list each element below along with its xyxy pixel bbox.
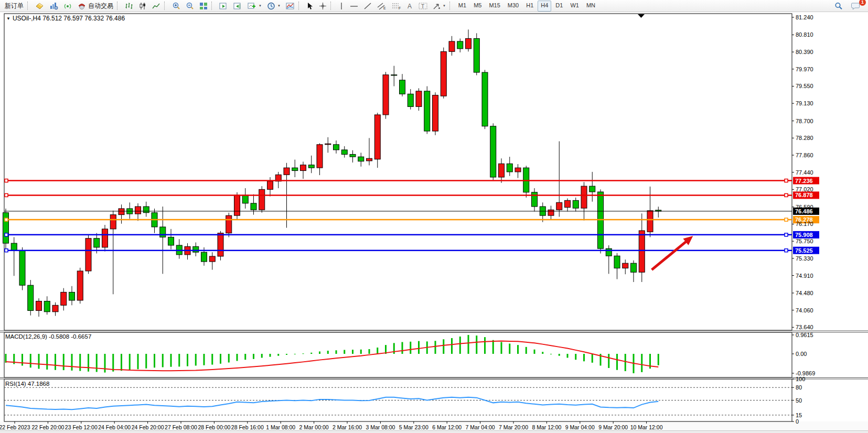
- chart-symbol-period: USOil-,H4: [13, 15, 41, 22]
- fibonacci-tool-icon[interactable]: F: [389, 1, 404, 10]
- svg-text:80.390: 80.390: [796, 49, 813, 55]
- chart-header: ▼USOil-,H4 76.512 76.597 76.332 76.486: [6, 15, 125, 22]
- svg-text:8 Mar 12:00: 8 Mar 12:00: [532, 424, 561, 430]
- svg-text:77.020: 77.020: [796, 186, 813, 192]
- svg-text:79.130: 79.130: [796, 100, 813, 106]
- svg-text:76.878: 76.878: [795, 192, 813, 198]
- vertical-line-tool-icon[interactable]: [336, 1, 347, 10]
- svg-text:9 Mar 04:00: 9 Mar 04:00: [565, 424, 595, 430]
- svg-text:7 Mar 20:00: 7 Mar 20:00: [499, 424, 528, 430]
- dropdown-caret-icon: ▼: [277, 4, 281, 7]
- rsi-indicator-label: RSI(14) 47.1868: [5, 381, 49, 387]
- svg-text:79.550: 79.550: [796, 83, 813, 89]
- svg-text:78.280: 78.280: [796, 135, 813, 141]
- svg-text:73.640: 73.640: [796, 324, 813, 330]
- svg-text:79.970: 79.970: [796, 66, 813, 72]
- new-chart-button[interactable]: ▼: [245, 1, 264, 10]
- svg-text:74.480: 74.480: [796, 290, 813, 296]
- svg-text:T: T: [421, 3, 424, 9]
- toolbar-separator: [330, 2, 334, 10]
- collapse-caret-icon[interactable]: ▼: [6, 16, 10, 21]
- timeframe-m1[interactable]: M1: [455, 1, 469, 12]
- arrows-tool-button[interactable]: ▼: [430, 1, 448, 10]
- cursor-icon[interactable]: [304, 1, 316, 10]
- svg-text:27 Feb 08:00: 27 Feb 08:00: [165, 424, 197, 430]
- new-order-label: 新订单: [5, 2, 24, 10]
- svg-text:22 Feb 20:00: 22 Feb 20:00: [31, 424, 64, 430]
- chart-shift-icon[interactable]: [217, 1, 231, 10]
- svg-text:10 Mar 12:00: 10 Mar 12:00: [630, 424, 663, 430]
- svg-text:2 Mar 00:00: 2 Mar 00:00: [299, 424, 329, 430]
- svg-text:F: F: [399, 6, 401, 10]
- clock-icon: [267, 2, 275, 10]
- line-chart-icon[interactable]: [149, 1, 163, 10]
- text-label-tool-icon[interactable]: T: [416, 1, 430, 10]
- timeframe-d1[interactable]: D1: [552, 1, 566, 12]
- svg-text:A: A: [408, 3, 412, 10]
- svg-text:24 Feb 04:00: 24 Feb 04:00: [98, 424, 131, 430]
- notifications-button[interactable]: 1: [849, 1, 863, 10]
- autotrade-button[interactable]: 自动交易: [75, 1, 116, 10]
- toolbar-separator: [211, 2, 215, 10]
- timeframe-m30[interactable]: M30: [505, 1, 522, 12]
- svg-text:0: 0: [796, 418, 799, 425]
- trendline-tool-icon[interactable]: [361, 1, 374, 10]
- price-chart[interactable]: 77.23676.87876.48676.27875.90875.52581.2…: [0, 12, 868, 433]
- svg-text:77.860: 77.860: [796, 152, 813, 158]
- main-toolbar: 新订单 自动交易 ▼ ▼: [0, 0, 868, 12]
- candlestick-chart-icon[interactable]: [136, 1, 149, 10]
- zoom-out-icon[interactable]: [183, 1, 197, 10]
- svg-text:7 Mar 04:00: 7 Mar 04:00: [466, 424, 495, 430]
- market-watch-icon[interactable]: [47, 1, 61, 10]
- text-tool-icon[interactable]: A: [404, 1, 416, 10]
- svg-text:77.440: 77.440: [796, 169, 813, 176]
- dropdown-caret-icon: ▼: [443, 4, 446, 7]
- svg-text:75.330: 75.330: [796, 255, 813, 262]
- gold-icon[interactable]: [33, 1, 47, 10]
- chart-window: 77.23676.87876.48676.27875.90875.52581.2…: [0, 12, 868, 433]
- indicators-icon[interactable]: [283, 1, 297, 10]
- periods-button[interactable]: ▼: [264, 1, 283, 10]
- toolbar-separator: [117, 2, 120, 10]
- autotrade-hat-icon: [78, 2, 87, 10]
- svg-text:74.060: 74.060: [796, 307, 813, 313]
- chart-autoscroll-icon[interactable]: [231, 1, 245, 10]
- svg-text:78.700: 78.700: [796, 118, 813, 124]
- timeframe-m15[interactable]: M15: [486, 1, 503, 12]
- svg-text:0.9615: 0.9615: [796, 332, 813, 338]
- timeframe-m5[interactable]: M5: [470, 1, 485, 12]
- arrows-tool-icon: [433, 2, 441, 10]
- horizontal-line-tool-icon[interactable]: [347, 1, 361, 10]
- svg-text:24 Feb 20:00: 24 Feb 20:00: [132, 424, 164, 430]
- equidistant-channel-tool-icon[interactable]: E: [374, 1, 389, 10]
- signals-icon[interactable]: [61, 1, 75, 10]
- timeframe-h1[interactable]: H1: [523, 1, 537, 12]
- tile-windows-icon[interactable]: [197, 1, 210, 10]
- timeframe-mn[interactable]: MN: [583, 1, 598, 12]
- toolbar-separator: [27, 2, 30, 10]
- dropdown-caret-icon: ▼: [259, 4, 262, 7]
- new-chart-icon: [248, 2, 256, 10]
- timeframe-w1[interactable]: W1: [567, 1, 582, 12]
- crosshair-icon[interactable]: [316, 1, 329, 10]
- search-icon[interactable]: [832, 1, 845, 10]
- svg-text:23 Feb 12:00: 23 Feb 12:00: [65, 424, 98, 430]
- new-order-button[interactable]: 新订单: [2, 1, 26, 10]
- svg-text:75.525: 75.525: [795, 247, 813, 254]
- svg-text:50: 50: [796, 397, 802, 404]
- bar-chart-icon[interactable]: [122, 1, 136, 10]
- svg-text:9 Mar 20:00: 9 Mar 20:00: [598, 424, 628, 430]
- toolbar-separator: [298, 2, 302, 10]
- svg-text:0.00: 0.00: [796, 351, 807, 357]
- svg-text:76.590: 76.590: [796, 204, 813, 210]
- zoom-in-icon[interactable]: [169, 1, 183, 10]
- svg-text:76.170: 76.170: [796, 221, 813, 227]
- notification-badge: 1: [859, 0, 866, 6]
- chart-ohlc-values: 76.512 76.597 76.332 76.486: [42, 15, 125, 22]
- svg-text:75.750: 75.750: [796, 238, 813, 244]
- svg-text:15: 15: [796, 412, 802, 418]
- svg-text:81.240: 81.240: [796, 14, 813, 20]
- timeframe-h4[interactable]: H4: [538, 1, 551, 12]
- svg-text:22 Feb 2023: 22 Feb 2023: [0, 424, 30, 430]
- svg-text:2 Mar 16:00: 2 Mar 16:00: [333, 424, 362, 430]
